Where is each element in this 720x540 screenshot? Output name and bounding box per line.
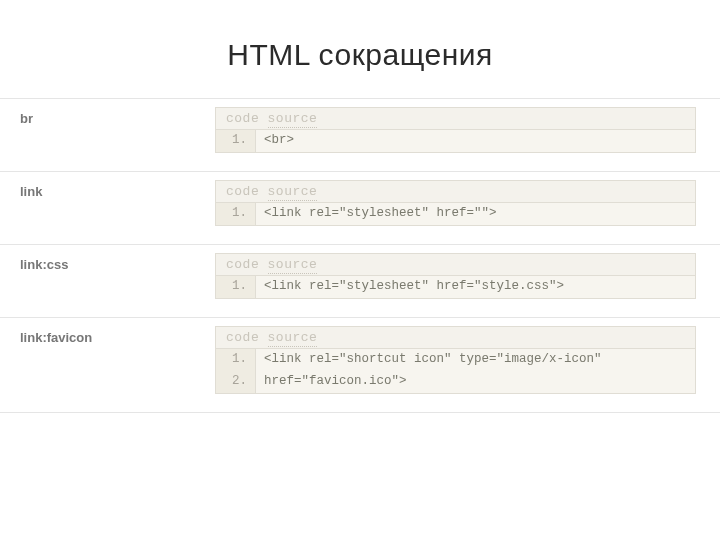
- source-tab[interactable]: source: [268, 330, 318, 347]
- code-line: 1. <link rel="stylesheet" href="">: [216, 203, 695, 225]
- code-line: 2. href="favicon.ico">: [216, 371, 695, 393]
- code-block: code source 1. <link rel="stylesheet" hr…: [215, 172, 720, 244]
- code-header: code source: [215, 253, 696, 275]
- line-number: 1.: [216, 130, 256, 152]
- abbrev-label: br: [0, 99, 215, 171]
- code-block: code source 1. <link rel="shortcut icon"…: [215, 318, 720, 412]
- line-content: <link rel="shortcut icon" type="image/x-…: [256, 349, 610, 371]
- code-tab[interactable]: code: [226, 257, 259, 272]
- line-content: <link rel="stylesheet" href="">: [256, 203, 505, 225]
- code-block: code source 1. <link rel="stylesheet" hr…: [215, 245, 720, 317]
- line-number: 1.: [216, 276, 256, 298]
- table-row: link:css code source 1. <link rel="style…: [0, 244, 720, 317]
- code-tab[interactable]: code: [226, 330, 259, 345]
- line-content: href="favicon.ico">: [256, 371, 415, 393]
- line-number: 1.: [216, 349, 256, 371]
- code-body: 1. <link rel="shortcut icon" type="image…: [215, 348, 696, 394]
- table-row: link code source 1. <link rel="styleshee…: [0, 171, 720, 244]
- code-body: 1. <link rel="stylesheet" href="style.cs…: [215, 275, 696, 299]
- source-tab[interactable]: source: [268, 111, 318, 128]
- code-tab[interactable]: code: [226, 111, 259, 126]
- page-title: HTML сокращения: [0, 0, 720, 98]
- code-tab[interactable]: code: [226, 184, 259, 199]
- source-tab[interactable]: source: [268, 184, 318, 201]
- code-line: 1. <link rel="shortcut icon" type="image…: [216, 349, 695, 371]
- code-block: code source 1. <br>: [215, 99, 720, 171]
- code-body: 1. <br>: [215, 129, 696, 153]
- code-line: 1. <br>: [216, 130, 695, 152]
- abbreviation-table: br code source 1. <br> link code source: [0, 98, 720, 413]
- code-header: code source: [215, 107, 696, 129]
- line-number: 2.: [216, 371, 256, 393]
- code-header: code source: [215, 180, 696, 202]
- abbrev-label: link:favicon: [0, 318, 215, 412]
- line-number: 1.: [216, 203, 256, 225]
- table-row: link:favicon code source 1. <link rel="s…: [0, 317, 720, 413]
- abbrev-label: link:css: [0, 245, 215, 317]
- source-tab[interactable]: source: [268, 257, 318, 274]
- line-content: <br>: [256, 130, 302, 152]
- code-line: 1. <link rel="stylesheet" href="style.cs…: [216, 276, 695, 298]
- table-row: br code source 1. <br>: [0, 98, 720, 171]
- code-body: 1. <link rel="stylesheet" href="">: [215, 202, 696, 226]
- line-content: <link rel="stylesheet" href="style.css">: [256, 276, 572, 298]
- code-header: code source: [215, 326, 696, 348]
- abbrev-label: link: [0, 172, 215, 244]
